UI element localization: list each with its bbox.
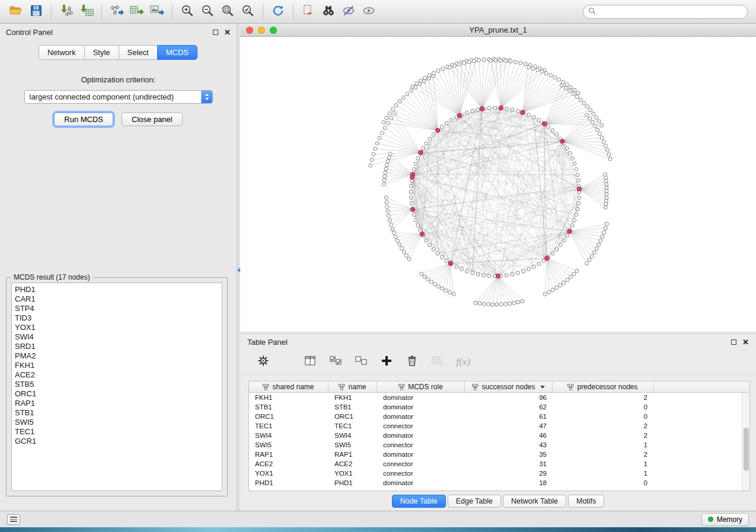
mcds-result-item[interactable]: PMA2 xyxy=(15,351,219,361)
mcds-result-item[interactable]: FKH1 xyxy=(15,361,219,370)
zoom-out-button[interactable] xyxy=(197,2,218,21)
close-panel-icon[interactable]: ✕ xyxy=(224,28,231,36)
mcds-result-item[interactable]: PHD1 xyxy=(15,285,219,294)
optimization-criterion-label: Optimization criterion: xyxy=(0,75,237,84)
select-all-rows-button[interactable] xyxy=(328,354,343,370)
tab-style[interactable]: Style xyxy=(84,45,119,60)
table-row[interactable]: SWI5SWI5connector431 xyxy=(249,440,742,450)
table-row[interactable]: SWI4SWI4dominator462 xyxy=(249,431,742,440)
column-header-successor-nodes[interactable]: successor nodes xyxy=(465,382,553,392)
mcds-result-item[interactable]: YOX1 xyxy=(15,323,219,332)
mcds-result-item[interactable]: SRD1 xyxy=(15,342,219,351)
find-button[interactable] xyxy=(318,2,339,21)
zoom-in-button[interactable] xyxy=(177,2,197,21)
maximize-traffic-light[interactable] xyxy=(270,27,277,34)
mcds-result-item[interactable]: STB1 xyxy=(15,408,219,418)
table-cell: FKH1 xyxy=(328,393,377,402)
table-options-button[interactable] xyxy=(256,354,271,370)
network-canvas[interactable] xyxy=(240,37,756,332)
show-columns-button[interactable] xyxy=(302,354,318,370)
import-network-button[interactable] xyxy=(56,2,76,21)
tab-network-table[interactable]: Network Table xyxy=(503,495,566,508)
mcds-result-item[interactable]: TID3 xyxy=(15,313,219,323)
mcds-result-item[interactable]: RAP1 xyxy=(15,399,219,408)
tab-mcds[interactable]: MCDS xyxy=(157,45,197,60)
save-session-button[interactable] xyxy=(26,2,46,21)
refresh-button[interactable] xyxy=(268,2,288,21)
import-table-button[interactable] xyxy=(76,2,97,21)
toolbar-separator xyxy=(293,4,294,20)
table-row[interactable]: RAP1RAP1dominator352 xyxy=(249,450,742,459)
search-box[interactable] xyxy=(583,5,748,19)
table-row[interactable]: ORC1ORC1dominator610 xyxy=(249,412,742,421)
main-toolbar xyxy=(0,0,756,24)
delete-column-button[interactable] xyxy=(404,354,420,370)
table-row[interactable]: TEC1TEC1connector472 xyxy=(249,421,742,431)
table-row[interactable]: YOX1YOX1connector291 xyxy=(249,469,742,478)
column-header-name[interactable]: name xyxy=(328,382,377,392)
network-window-titlebar[interactable]: YPA_prune.txt_1 xyxy=(240,24,756,37)
tab-select[interactable]: Select xyxy=(119,45,158,60)
mcds-result-item[interactable]: TEC1 xyxy=(15,427,219,437)
hide-selected-button[interactable] xyxy=(339,2,359,21)
search-input[interactable] xyxy=(599,8,742,16)
table-row[interactable]: ACE2ACE2connector311 xyxy=(249,459,742,469)
export-image-button[interactable] xyxy=(147,2,167,21)
desktop-wallpaper-strip xyxy=(0,527,756,532)
float-panel-icon[interactable] xyxy=(213,30,218,35)
open-session-button[interactable] xyxy=(6,2,26,21)
optimization-criterion-select[interactable]: largest connected component (undirected) xyxy=(24,90,213,104)
mcds-result-item[interactable]: SWI5 xyxy=(15,418,219,427)
zoom-selected-icon xyxy=(241,4,255,20)
column-header-MCDS-role[interactable]: MCDS role xyxy=(377,382,465,392)
close-panel-button[interactable]: Close panel xyxy=(122,113,183,126)
table-row[interactable]: STB1STB1dominator620 xyxy=(249,402,742,412)
zoom-selected-button[interactable] xyxy=(238,2,258,21)
tab-network[interactable]: Network xyxy=(39,45,85,60)
table-row[interactable]: FKH1FKH1dominator962 xyxy=(249,393,742,402)
table-cell: 0 xyxy=(553,478,653,488)
export-table-button[interactable] xyxy=(127,2,147,21)
close-traffic-light[interactable] xyxy=(246,27,253,34)
table-cell: 96 xyxy=(465,393,553,402)
add-column-button[interactable] xyxy=(379,354,394,370)
tab-node-table[interactable]: Node Table xyxy=(392,495,446,508)
toolbar-separator xyxy=(101,4,102,20)
table-row[interactable]: PHD1PHD1dominator180 xyxy=(249,478,742,488)
mcds-result-item[interactable]: CAR1 xyxy=(15,294,219,304)
table-cell: dominator xyxy=(377,431,465,440)
mcds-result-item[interactable]: ACE2 xyxy=(15,370,219,380)
table-cell: dominator xyxy=(377,450,465,459)
run-mcds-button[interactable]: Run MCDS xyxy=(54,113,113,126)
show-all-button[interactable] xyxy=(359,2,379,21)
float-panel-icon[interactable] xyxy=(731,339,736,345)
column-header-shared-name[interactable]: shared name xyxy=(249,382,328,392)
function-icon: f(x) xyxy=(456,356,470,368)
tab-edge-table[interactable]: Edge Table xyxy=(448,495,501,508)
toolbar-separator xyxy=(172,4,173,20)
clear-selection-button[interactable] xyxy=(353,354,369,370)
table-cell: dominator xyxy=(377,402,465,412)
mcds-result-item[interactable]: SWI4 xyxy=(15,332,219,342)
minimize-traffic-light[interactable] xyxy=(258,27,265,34)
mcds-result-item[interactable]: STB5 xyxy=(15,380,219,389)
mcds-result-item[interactable]: STP4 xyxy=(15,304,219,313)
export-network-button[interactable] xyxy=(107,2,127,21)
column-header-predecessor-nodes[interactable]: predecessor nodes xyxy=(553,382,653,392)
mcds-result-title: MCDS result (17 nodes) xyxy=(11,273,92,281)
tab-motifs[interactable]: Motifs xyxy=(568,495,604,508)
mcds-result-list[interactable]: PHD1CAR1STP4TID3YOX1SWI4SRD1PMA2FKH1ACE2… xyxy=(11,283,222,491)
network-view-window: YPA_prune.txt_1 xyxy=(240,24,756,332)
clone-network-button[interactable] xyxy=(298,2,318,21)
close-panel-icon[interactable]: ✕ xyxy=(742,338,749,346)
trash-icon xyxy=(406,355,418,368)
hamburger-menu-icon[interactable] xyxy=(7,514,20,525)
table-scrollbar[interactable] xyxy=(742,393,749,491)
zoom-fit-button[interactable] xyxy=(218,2,238,21)
scrollbar-thumb[interactable] xyxy=(744,428,749,471)
memory-button[interactable]: Memory xyxy=(701,513,749,526)
cytoscape-app: Control Panel ✕ Network Style Select MCD… xyxy=(0,0,756,532)
mcds-result-item[interactable]: GCR1 xyxy=(15,437,219,446)
function-builder-button[interactable]: f(x) xyxy=(455,354,471,370)
mcds-result-item[interactable]: ORC1 xyxy=(15,389,219,399)
